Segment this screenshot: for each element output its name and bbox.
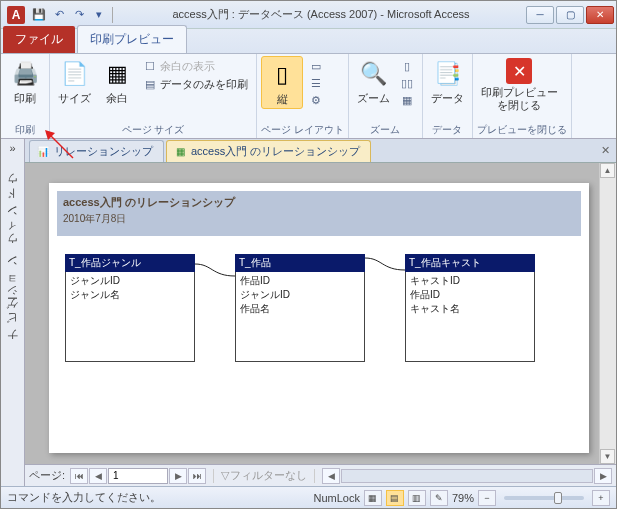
filter-status: フィルターなし — [230, 468, 307, 483]
two-page-icon: ▯▯ — [400, 76, 414, 90]
field: ジャンルID — [70, 274, 190, 288]
table-box: T_作品 作品ID ジャンルID 作品名 — [235, 254, 365, 362]
close-preview-label: 印刷プレビュー を閉じる — [481, 86, 558, 112]
doc-tab-relationships[interactable]: 📊 リレーションシップ — [29, 140, 164, 162]
data-label: データ — [431, 92, 464, 105]
qat-save-icon[interactable]: 💾 — [30, 6, 48, 24]
close-button[interactable]: ✕ — [586, 6, 614, 24]
portrait-button[interactable]: ▯ 縦 — [261, 56, 303, 109]
zoom-thumb[interactable] — [554, 492, 562, 504]
data-button[interactable]: 📑 データ — [427, 56, 468, 107]
minimize-button[interactable]: ─ — [526, 6, 554, 24]
tab-print-preview[interactable]: 印刷プレビュー — [77, 25, 187, 53]
preview-canvas[interactable]: access入門 のリレーションシップ 2010年7月8日 T_作品ジャンル ジ… — [25, 163, 616, 464]
one-page-icon: ▯ — [400, 59, 414, 73]
table-title: T_作品ジャンル — [65, 254, 195, 272]
group-print-label: 印刷 — [5, 122, 45, 138]
page-setup-icon: ⚙ — [309, 93, 323, 107]
group-page-size: 📄 サイズ ▦ 余白 ☐ 余白の表示 ▤ データのみを印刷 ページ サイズ — [50, 54, 257, 138]
view-design-button[interactable]: ✎ — [430, 490, 448, 506]
status-bar: コマンドを入力してください。 NumLock ▦ ▤ ▥ ✎ 79% − + — [1, 486, 616, 508]
qat-dropdown-icon[interactable]: ▾ — [90, 6, 108, 24]
field: 作品名 — [240, 302, 360, 316]
layout-opt3[interactable]: ⚙ — [305, 92, 327, 108]
next-page-button[interactable]: ▶ — [169, 468, 187, 484]
nav-toggle-button[interactable]: » — [6, 139, 18, 157]
group-page-layout: ▯ 縦 ▭ ☰ ⚙ ページ レイアウト — [257, 54, 349, 138]
size-button[interactable]: 📄 サイズ — [54, 56, 95, 107]
portrait-icon: ▯ — [266, 59, 298, 91]
qat-separator — [112, 7, 113, 23]
app-icon: A — [7, 6, 25, 24]
group-zoom-label: ズーム — [353, 122, 418, 138]
document-area: » ナビゲーション ウィンドウ 📊 リレーションシップ ▦ access入門 の… — [1, 139, 616, 486]
margins-label: 余白 — [106, 92, 128, 105]
doc-close-button[interactable]: ✕ — [595, 142, 616, 159]
two-page-button[interactable]: ▯▯ — [396, 75, 418, 91]
report-title: access入門 のリレーションシップ — [63, 195, 575, 210]
table-title: T_作品 — [235, 254, 365, 272]
report-date: 2010年7月8日 — [63, 212, 575, 226]
grid-pages-icon: ▦ — [400, 93, 414, 107]
page-number-input[interactable] — [108, 468, 168, 484]
group-close-label: プレビューを閉じる — [477, 122, 567, 138]
zoom-in-button[interactable]: + — [592, 490, 610, 506]
print-button[interactable]: 🖨️ 印刷 — [5, 56, 45, 107]
table-box: T_作品キャスト キャストID 作品ID キャスト名 — [405, 254, 535, 362]
view-layout-button[interactable]: ▥ — [408, 490, 426, 506]
page-label: ページ: — [29, 468, 65, 483]
data-only-label: データのみを印刷 — [160, 77, 248, 92]
last-page-button[interactable]: ⏭ — [188, 468, 206, 484]
field: ジャンル名 — [70, 288, 190, 302]
table-title: T_作品キャスト — [405, 254, 535, 272]
landscape-icon: ▭ — [309, 59, 323, 73]
scrollbar-vertical[interactable]: ▲▼ — [599, 163, 616, 464]
zoom-value: 79% — [452, 492, 474, 504]
layout-opt2[interactable]: ☰ — [305, 75, 327, 91]
group-data: 📑 データ データ — [423, 54, 473, 138]
data-only-icon: ▤ — [143, 78, 157, 92]
portrait-label: 縦 — [277, 93, 288, 106]
field: キャストID — [410, 274, 530, 288]
maximize-button[interactable]: ▢ — [556, 6, 584, 24]
columns-icon: ☰ — [309, 76, 323, 90]
show-margins-label: 余白の表示 — [160, 59, 215, 74]
h-scroll-track[interactable] — [341, 469, 593, 483]
margins-button[interactable]: ▦ 余白 — [97, 56, 137, 107]
data-only-button[interactable]: ▤ データのみを印刷 — [139, 76, 252, 93]
ribbon: 🖨️ 印刷 印刷 📄 サイズ ▦ 余白 ☐ 余白の表示 ▤ — [1, 54, 616, 139]
field: 作品ID — [240, 274, 360, 288]
group-page-size-label: ページ サイズ — [54, 122, 252, 138]
report-icon: ▦ — [173, 145, 187, 159]
relationship-diagram: T_作品ジャンル ジャンルID ジャンル名 T_作品 作品ID ジャンルID 作… — [57, 236, 581, 380]
window-title: access入門 : データベース (Access 2007) - Micros… — [116, 7, 526, 22]
filter-icon: ▽ — [221, 469, 229, 482]
view-report-button[interactable]: ▦ — [364, 490, 382, 506]
document-tab-bar: 📊 リレーションシップ ▦ access入門 のリレーションシップ ✕ — [25, 139, 616, 163]
qat-redo-icon[interactable]: ↷ — [70, 6, 88, 24]
margins-icon: ▦ — [101, 58, 133, 90]
zoom-button[interactable]: 🔍 ズーム — [353, 56, 394, 107]
page-navigation-bar: ページ: ⏮ ◀ ▶ ⏭ ▽ フィルターなし ◀ ▶ — [25, 464, 616, 486]
one-page-button[interactable]: ▯ — [396, 58, 418, 74]
zoom-slider[interactable] — [504, 496, 584, 500]
view-preview-button[interactable]: ▤ — [386, 490, 404, 506]
show-margins-check[interactable]: ☐ 余白の表示 — [139, 58, 252, 75]
report-header: access入門 のリレーションシップ 2010年7月8日 — [57, 191, 581, 236]
prev-page-button[interactable]: ◀ — [89, 468, 107, 484]
relationship-icon: 📊 — [36, 145, 50, 159]
group-data-label: データ — [427, 122, 468, 138]
file-tab[interactable]: ファイル — [3, 26, 75, 53]
layout-opt1[interactable]: ▭ — [305, 58, 327, 74]
doc-tab-report[interactable]: ▦ access入門 のリレーションシップ — [166, 140, 371, 162]
zoom-out-button[interactable]: − — [478, 490, 496, 506]
scroll-left-button[interactable]: ◀ — [322, 468, 340, 484]
more-pages-button[interactable]: ▦ — [396, 92, 418, 108]
qat-undo-icon[interactable]: ↶ — [50, 6, 68, 24]
numlock-indicator: NumLock — [314, 492, 360, 504]
scroll-right-button[interactable]: ▶ — [594, 468, 612, 484]
nav-pane-title: ナビゲーション ウィンドウ — [5, 177, 20, 347]
close-preview-button[interactable]: ✕ 印刷プレビュー を閉じる — [477, 56, 562, 114]
status-prompt: コマンドを入力してください。 — [7, 490, 161, 505]
first-page-button[interactable]: ⏮ — [70, 468, 88, 484]
